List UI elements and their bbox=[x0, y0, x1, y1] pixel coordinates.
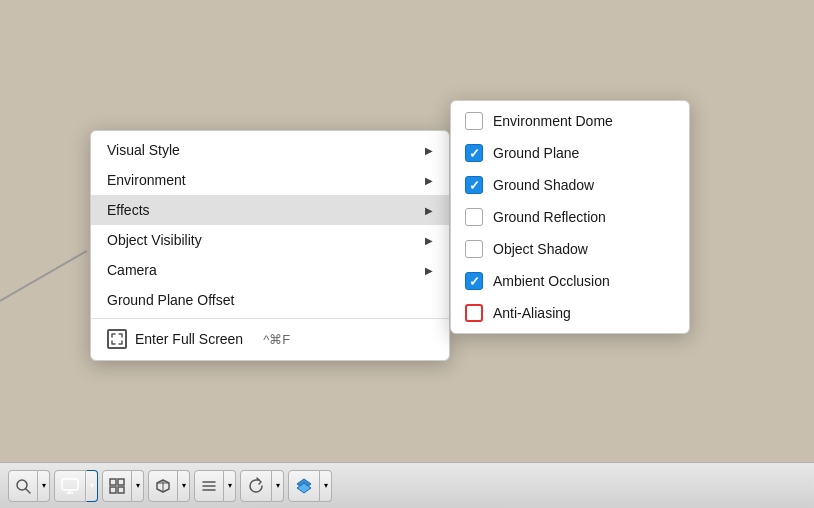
refresh-icon bbox=[247, 477, 265, 495]
refresh-dropdown-arrow[interactable]: ▾ bbox=[272, 470, 284, 502]
menu-separator bbox=[91, 318, 449, 319]
submenu-item-anti-aliasing[interactable]: Anti-Aliasing bbox=[451, 297, 689, 329]
layers-dropdown-arrow[interactable]: ▾ bbox=[320, 470, 332, 502]
menu-arrow-visual-style: ▶ bbox=[425, 145, 433, 156]
checkbox-ground-plane[interactable] bbox=[465, 144, 483, 162]
svg-rect-6 bbox=[118, 479, 124, 485]
checkbox-ground-reflection[interactable] bbox=[465, 208, 483, 226]
submenu-item-object-shadow[interactable]: Object Shadow bbox=[451, 233, 689, 265]
menu-item-visual-style-label: Visual Style bbox=[107, 142, 180, 158]
svg-rect-7 bbox=[110, 487, 116, 493]
submenu-label-object-shadow: Object Shadow bbox=[493, 241, 588, 257]
menu-item-camera[interactable]: Camera ▶ bbox=[91, 255, 449, 285]
box-icon bbox=[155, 478, 171, 494]
menu-item-ground-plane-offset-label: Ground Plane Offset bbox=[107, 292, 234, 308]
effects-submenu: Environment Dome Ground Plane Ground Sha… bbox=[450, 100, 690, 334]
toolbar-group-refresh: ▾ bbox=[240, 470, 284, 502]
svg-rect-8 bbox=[118, 487, 124, 493]
toolbar-group-box: ▾ bbox=[148, 470, 190, 502]
toolbar: ▾ ▾ ▾ bbox=[0, 462, 814, 508]
menu-item-environment-label: Environment bbox=[107, 172, 186, 188]
checkbox-environment-dome[interactable] bbox=[465, 112, 483, 130]
search-dropdown-arrow[interactable]: ▾ bbox=[38, 470, 50, 502]
submenu-label-ground-shadow: Ground Shadow bbox=[493, 177, 594, 193]
menu-item-fullscreen[interactable]: Enter Full Screen ^⌘F bbox=[91, 322, 449, 356]
menu-item-environment[interactable]: Environment ▶ bbox=[91, 165, 449, 195]
stack-button[interactable] bbox=[194, 470, 224, 502]
layers-button[interactable] bbox=[288, 470, 320, 502]
layers-icon bbox=[295, 477, 313, 495]
menu-arrow-environment: ▶ bbox=[425, 175, 433, 186]
grid-button[interactable] bbox=[102, 470, 132, 502]
menu-item-visual-style[interactable]: Visual Style ▶ bbox=[91, 135, 449, 165]
submenu-item-ground-reflection[interactable]: Ground Reflection bbox=[451, 201, 689, 233]
fullscreen-shortcut: ^⌘F bbox=[263, 332, 290, 347]
background-line bbox=[0, 250, 87, 302]
submenu-item-ground-shadow[interactable]: Ground Shadow bbox=[451, 169, 689, 201]
checkbox-ground-shadow[interactable] bbox=[465, 176, 483, 194]
menu-item-ground-plane-offset[interactable]: Ground Plane Offset bbox=[91, 285, 449, 315]
submenu-label-ground-plane: Ground Plane bbox=[493, 145, 579, 161]
stack-icon bbox=[201, 478, 217, 494]
toolbar-group-search: ▾ bbox=[8, 470, 50, 502]
main-menu: Visual Style ▶ Environment ▶ Effects ▶ O… bbox=[90, 130, 450, 361]
submenu-label-environment-dome: Environment Dome bbox=[493, 113, 613, 129]
toolbar-group-grid: ▾ bbox=[102, 470, 144, 502]
menu-item-object-visibility-label: Object Visibility bbox=[107, 232, 202, 248]
submenu-item-ambient-occlusion[interactable]: Ambient Occlusion bbox=[451, 265, 689, 297]
menu-item-effects[interactable]: Effects ▶ bbox=[91, 195, 449, 225]
monitor-dropdown-arrow[interactable]: ▾ bbox=[86, 470, 98, 502]
checkbox-anti-aliasing[interactable] bbox=[465, 304, 483, 322]
monitor-button[interactable] bbox=[54, 470, 86, 502]
box-button[interactable] bbox=[148, 470, 178, 502]
search-button[interactable] bbox=[8, 470, 38, 502]
menu-item-object-visibility[interactable]: Object Visibility ▶ bbox=[91, 225, 449, 255]
fullscreen-icon bbox=[107, 329, 127, 349]
menu-arrow-effects: ▶ bbox=[425, 205, 433, 216]
grid-dropdown-arrow[interactable]: ▾ bbox=[132, 470, 144, 502]
checkbox-ambient-occlusion[interactable] bbox=[465, 272, 483, 290]
stack-dropdown-arrow[interactable]: ▾ bbox=[224, 470, 236, 502]
svg-rect-5 bbox=[110, 479, 116, 485]
menu-arrow-camera: ▶ bbox=[425, 265, 433, 276]
submenu-item-environment-dome[interactable]: Environment Dome bbox=[451, 105, 689, 137]
menu-item-camera-label: Camera bbox=[107, 262, 157, 278]
box-dropdown-arrow[interactable]: ▾ bbox=[178, 470, 190, 502]
monitor-icon bbox=[61, 478, 79, 494]
menu-item-effects-label: Effects bbox=[107, 202, 150, 218]
checkbox-object-shadow[interactable] bbox=[465, 240, 483, 258]
refresh-button[interactable] bbox=[240, 470, 272, 502]
submenu-label-ground-reflection: Ground Reflection bbox=[493, 209, 606, 225]
submenu-label-anti-aliasing: Anti-Aliasing bbox=[493, 305, 571, 321]
submenu-label-ambient-occlusion: Ambient Occlusion bbox=[493, 273, 610, 289]
grid-icon bbox=[109, 478, 125, 494]
submenu-item-ground-plane[interactable]: Ground Plane bbox=[451, 137, 689, 169]
toolbar-group-monitor: ▾ bbox=[54, 470, 98, 502]
toolbar-group-stack: ▾ bbox=[194, 470, 236, 502]
menu-arrow-object-visibility: ▶ bbox=[425, 235, 433, 246]
search-icon bbox=[15, 478, 31, 494]
svg-line-1 bbox=[26, 489, 30, 493]
svg-rect-2 bbox=[62, 479, 78, 490]
fullscreen-label: Enter Full Screen bbox=[135, 331, 243, 347]
toolbar-group-layers: ▾ bbox=[288, 470, 332, 502]
